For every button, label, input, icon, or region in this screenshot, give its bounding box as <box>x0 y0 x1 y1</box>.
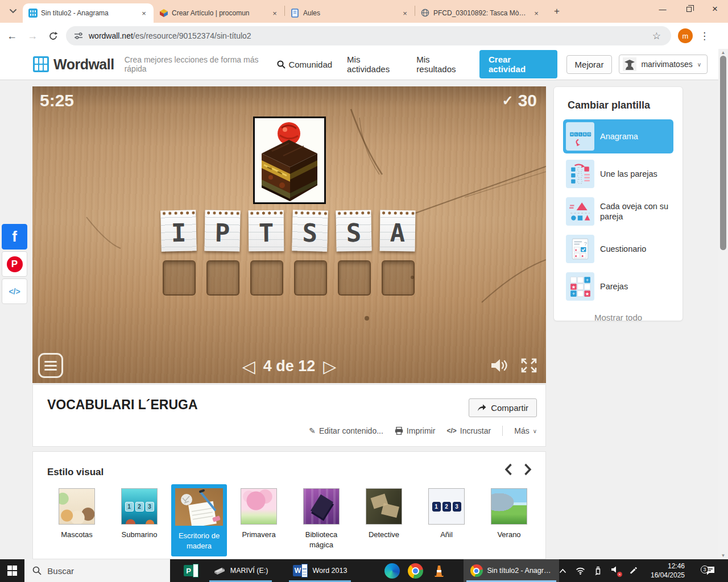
pinterest-icon: P <box>7 256 23 272</box>
taskbar-active-chrome-window[interactable]: Sin título2 - Anagra... <box>464 559 559 582</box>
theme-verano[interactable]: Verano <box>481 488 537 540</box>
anagram-game-canvas[interactable]: 5:25 ✓ 30 I P T S S <box>32 86 546 383</box>
tab-sin-titulo2[interactable]: Sin título2 - Anagrama × <box>23 3 154 23</box>
answer-slot[interactable] <box>382 260 415 296</box>
tab-close-icon[interactable]: × <box>400 8 410 18</box>
tab-title: PFCD_03010892: Tasca Mòdul A <box>433 9 528 17</box>
theme-anil[interactable]: 123 Añil <box>419 488 474 540</box>
site-info-icon[interactable] <box>74 32 83 40</box>
taskbar-clock[interactable]: 12:46 16/04/2025 <box>647 562 688 580</box>
restore-button[interactable] <box>676 0 702 18</box>
letter-tile[interactable]: A <box>380 210 416 252</box>
bookmark-star-icon[interactable]: ☆ <box>652 30 661 42</box>
back-button[interactable]: ← <box>3 27 20 44</box>
scroll-down-arrow[interactable]: ▼ <box>718 553 728 558</box>
submarino-thumbnail: 123 <box>121 488 158 525</box>
social-share-column: f P </> <box>2 224 27 304</box>
taskbar-search-box[interactable]: Buscar <box>24 559 170 582</box>
tab-close-icon[interactable]: × <box>531 8 541 18</box>
start-button[interactable] <box>0 559 24 582</box>
forward-button[interactable]: → <box>24 27 41 44</box>
carousel-prev-icon[interactable] <box>504 463 512 476</box>
template-item-cada-oveja[interactable]: Cada oveja con su pareja <box>563 194 673 228</box>
share-button[interactable]: Compartir <box>469 398 537 417</box>
upgrade-button[interactable]: Mejorar <box>566 55 613 74</box>
tab-pfcd[interactable]: PFCD_03010892: Tasca Mòdul A × <box>415 3 546 23</box>
theme-escritorio-de-madera[interactable]: Escritorio de madera <box>171 484 227 556</box>
theme-mascotas[interactable]: Mascotas <box>49 488 105 540</box>
new-tab-button[interactable]: + <box>549 4 564 19</box>
taskbar-word-window[interactable]: W Word 2013 <box>286 559 354 582</box>
nav-comunidad[interactable]: Comunidad <box>277 60 332 69</box>
tray-chevron-up-icon[interactable] <box>559 568 566 573</box>
notebook-favicon <box>291 9 300 18</box>
theme-detective[interactable]: Detective <box>356 488 412 540</box>
template-item-parejas[interactable]: + ★ + ★ Parejas <box>563 269 673 304</box>
letter-tile[interactable]: P <box>204 210 240 251</box>
tab-close-icon[interactable]: × <box>139 8 149 18</box>
carousel-next-icon[interactable] <box>524 463 532 476</box>
answer-slot[interactable] <box>206 260 239 296</box>
tab-title: Sin título2 - Anagrama <box>41 9 135 17</box>
answer-slot[interactable] <box>163 260 196 296</box>
embed-share-button[interactable]: </> <box>2 278 27 304</box>
reload-button[interactable] <box>44 27 61 44</box>
letter-tile[interactable]: I <box>160 210 196 251</box>
volume-muted-icon[interactable]: × <box>611 566 620 576</box>
theme-submarino[interactable]: 123 Submarino <box>111 488 167 540</box>
usb-tray-icon[interactable] <box>594 566 602 575</box>
browser-profile-avatar[interactable]: m <box>678 28 693 43</box>
taskbar-publisher-button[interactable]: P <box>179 559 203 582</box>
letter-tile[interactable]: T <box>249 210 284 252</box>
answer-slot[interactable] <box>338 260 371 296</box>
more-menu[interactable]: Más ∨ <box>514 426 537 435</box>
sound-button[interactable] <box>490 357 510 376</box>
taskbar-explorer-window[interactable]: MARIVÍ (E:) <box>206 559 275 582</box>
create-activity-button[interactable]: Crear actividad <box>479 50 557 78</box>
facebook-share-button[interactable]: f <box>2 224 27 250</box>
nav-mis-actividades[interactable]: Mis actividades <box>347 55 402 74</box>
taskbar-vlc-button[interactable] <box>427 559 451 582</box>
answer-slot[interactable] <box>294 260 327 296</box>
template-item-anagrama[interactable]: HLLEO Anagrama <box>563 119 673 153</box>
embed-link[interactable]: </> Incrustar <box>446 426 491 435</box>
wordwall-logo[interactable]: Wordwall <box>33 56 114 73</box>
letter-tile[interactable]: S <box>292 210 328 251</box>
taskbar-chrome-button[interactable] <box>404 559 428 582</box>
answer-slot[interactable] <box>250 260 283 296</box>
tab-close-icon[interactable]: × <box>270 8 280 18</box>
tab-aules[interactable]: Aules × <box>285 3 415 23</box>
wifi-icon[interactable] <box>576 567 585 575</box>
taskbar-edge-button[interactable] <box>380 559 404 582</box>
scrollbar-thumb[interactable] <box>720 56 726 250</box>
user-menu[interactable]: marivimatoses ∨ <box>619 55 708 74</box>
pen-tray-icon[interactable] <box>629 566 638 575</box>
chrome-icon <box>408 563 423 579</box>
url-field[interactable]: wordwall.net/es/resource/90152374/sin-tí… <box>66 26 671 45</box>
print-link[interactable]: Imprimir <box>395 426 436 435</box>
show-all-templates-link[interactable]: Mostrar todo <box>563 313 673 322</box>
fullscreen-button[interactable] <box>520 357 538 376</box>
browser-menu-icon[interactable]: ⋮ <box>700 30 709 42</box>
window-controls: — × <box>650 0 728 23</box>
tab-procomun[interactable]: Crear Artículo | procomun × <box>154 3 284 23</box>
restore-icon <box>686 7 692 12</box>
letter-tile[interactable]: S <box>336 210 371 251</box>
minimize-button[interactable]: — <box>650 0 676 18</box>
close-window-button[interactable]: × <box>702 0 728 18</box>
theme-biblioteca[interactable]: Biblioteca mágica <box>293 488 349 550</box>
edit-content-link[interactable]: ✎ Editar contenido... <box>309 426 383 435</box>
theme-primavera[interactable]: Primavera <box>231 488 287 540</box>
tab-search-button[interactable] <box>5 3 22 19</box>
previous-question-button[interactable]: ◁ <box>242 356 255 376</box>
scroll-up-arrow[interactable]: ▲ <box>718 50 728 55</box>
action-center-button[interactable]: 3 <box>697 566 722 576</box>
nav-mis-resultados[interactable]: Mis resultados <box>416 55 468 74</box>
template-item-une-las-parejas[interactable]: Une las parejas <box>563 157 673 191</box>
next-question-button[interactable]: ▷ <box>323 356 336 376</box>
user-avatar <box>623 57 636 71</box>
template-item-cuestionario[interactable]: ? Cuestionario <box>563 232 673 266</box>
page-scrollbar[interactable]: ▲ ▼ <box>718 49 728 559</box>
svg-text:O: O <box>588 132 590 136</box>
pinterest-share-button[interactable]: P <box>2 251 27 277</box>
